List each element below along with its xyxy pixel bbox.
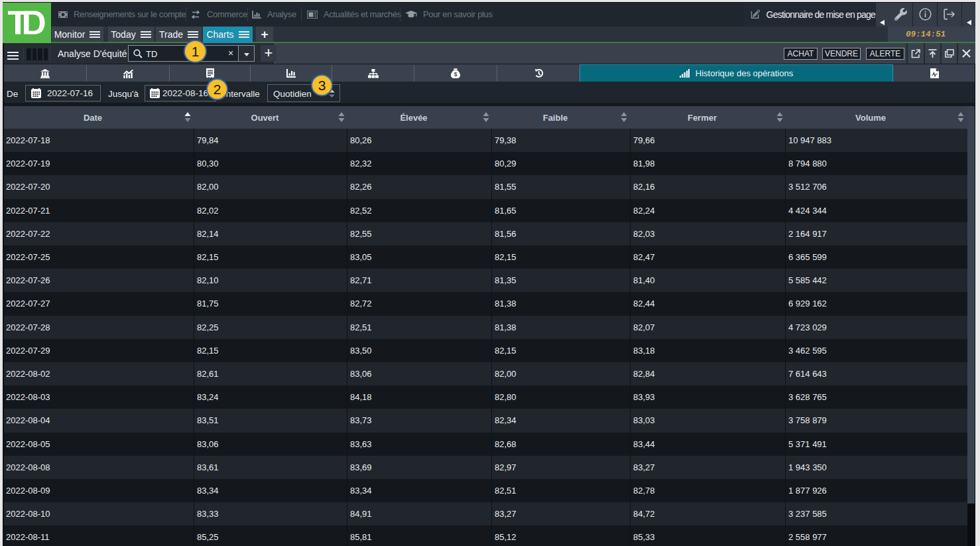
svg-text:$: $ <box>454 71 458 78</box>
